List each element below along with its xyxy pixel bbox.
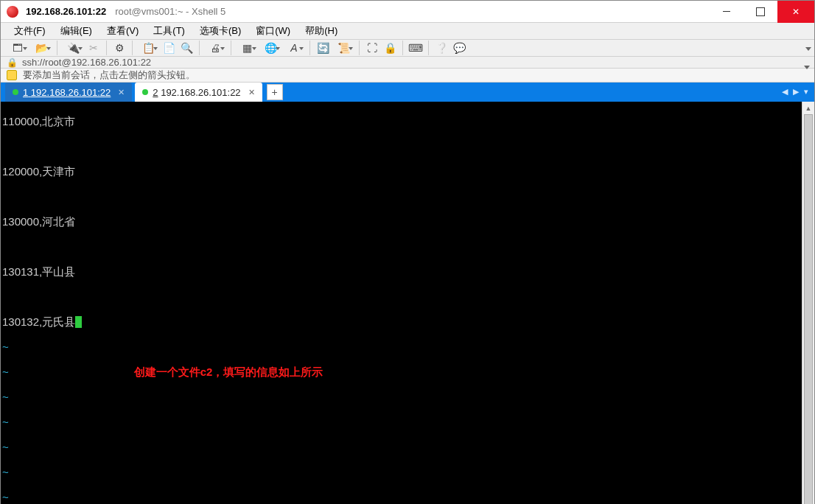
font-button[interactable]: A <box>283 40 305 56</box>
lock-button[interactable]: 🔒 <box>382 40 398 56</box>
add-tab-button[interactable]: + <box>267 84 283 100</box>
properties-button[interactable]: ⚙ <box>111 40 127 56</box>
window-title-sub: root@vms001:~ - Xshell 5 <box>115 6 225 17</box>
address-bar: 🔒 ssh://root@192.168.26.101:22 <box>1 57 814 69</box>
fullscreen-button[interactable]: ⛶ <box>364 40 380 56</box>
address-url[interactable]: ssh://root@192.168.26.101:22 <box>22 57 151 68</box>
refresh-button[interactable]: 🔄 <box>315 40 331 56</box>
tab-nav-arrows[interactable]: ◀ ▶ ▾ <box>782 87 810 97</box>
close-button[interactable] <box>777 1 814 23</box>
menu-tabs[interactable]: 选项卡(B) <box>194 23 247 39</box>
tab-strip: 1 192.168.26.101:22 ✕ 2 192.168.26.101:2… <box>1 83 814 102</box>
disconnect-button[interactable]: ✂ <box>85 40 102 56</box>
menu-edit[interactable]: 编辑(E) <box>55 23 98 39</box>
vim-tilde: ~创建一个文件c2，填写的信息如上所示 <box>2 366 800 380</box>
menu-window[interactable]: 窗口(W) <box>250 23 296 39</box>
terminal-line: 120000,天津市 <box>2 166 800 180</box>
session-tab-1[interactable]: 1 192.168.26.101:22 ✕ <box>5 83 132 102</box>
status-dot-icon <box>13 89 18 95</box>
maximize-button[interactable] <box>744 1 777 23</box>
window-title-main: 192.168.26.101:22 <box>26 6 106 17</box>
menu-help[interactable]: 帮助(H) <box>299 23 343 39</box>
copy-button[interactable]: 📋 <box>137 40 159 56</box>
session-tab-2[interactable]: 2 192.168.26.101:22 ✕ <box>135 83 262 102</box>
info-text: 要添加当前会话，点击左侧的箭头按钮。 <box>23 69 195 82</box>
help-button[interactable]: ❔ <box>433 40 450 56</box>
info-bar: 要添加当前会话，点击左侧的箭头按钮。 <box>1 69 814 83</box>
scroll-thumb[interactable] <box>804 114 813 504</box>
lock-icon: 🔒 <box>7 57 18 68</box>
terminal-line: 110000,北京市 <box>2 116 800 130</box>
vim-tilde: ~ <box>2 441 800 455</box>
status-dot-icon <box>142 89 148 95</box>
scroll-up-icon[interactable]: ▲ <box>802 102 814 114</box>
pin-icon[interactable] <box>7 70 17 80</box>
script-button[interactable]: 📜 <box>332 40 354 56</box>
find-button[interactable]: 🔍 <box>178 40 195 56</box>
vim-tilde: ~ <box>2 466 800 480</box>
annotation-main: 创建一个文件c2，填写的信息如上所示 <box>134 365 323 378</box>
terminal-area: 110000,北京市 120000,天津市 130000,河北省 130131,… <box>1 102 814 504</box>
terminal[interactable]: 110000,北京市 120000,天津市 130000,河北省 130131,… <box>1 102 802 504</box>
language-button[interactable]: 🌐 <box>259 40 281 56</box>
menu-file[interactable]: 文件(F) <box>8 23 52 39</box>
cursor <box>75 316 82 328</box>
new-session-button[interactable]: 🗔 <box>7 40 29 56</box>
terminal-line: 130131,平山县 <box>2 266 800 280</box>
menubar: 文件(F) 编辑(E) 查看(V) 工具(T) 选项卡(B) 窗口(W) 帮助(… <box>1 23 814 40</box>
menu-view[interactable]: 查看(V) <box>101 23 144 39</box>
app-icon <box>7 6 18 18</box>
paste-button[interactable]: 📄 <box>161 40 177 56</box>
menu-tools[interactable]: 工具(T) <box>147 23 191 39</box>
close-tab-icon[interactable]: ✕ <box>118 88 125 97</box>
feedback-button[interactable]: 💬 <box>451 40 467 56</box>
terminal-line: 130132,元氏县 <box>2 316 800 330</box>
vim-tilde: ~ <box>2 341 800 355</box>
toolbar-overflow-icon[interactable] <box>805 47 811 51</box>
terminal-line: 130000,河北省 <box>2 216 800 230</box>
open-button[interactable]: 📂 <box>30 40 52 56</box>
layout-button[interactable]: ▦ <box>236 40 258 56</box>
terminal-scrollbar[interactable]: ▲ ▼ <box>802 102 814 504</box>
minimize-button[interactable] <box>710 1 744 23</box>
vim-tilde: ~ <box>2 416 800 430</box>
toolbar: 🗔 📂 🔌 ✂ ⚙ 📋 📄 🔍 🖨 ▦ 🌐 A 🔄 📜 ⛶ 🔒 ⌨ ❔ 💬 <box>1 40 814 57</box>
vim-tilde: ~ <box>2 491 800 504</box>
reconnect-button[interactable]: 🔌 <box>62 40 84 56</box>
keyboard-button[interactable]: ⌨ <box>408 40 424 56</box>
titlebar: 192.168.26.101:22 root@vms001:~ - Xshell… <box>1 1 814 23</box>
vim-tilde: ~ <box>2 391 800 405</box>
print-button[interactable]: 🖨 <box>204 40 226 56</box>
close-tab-icon[interactable]: ✕ <box>248 88 255 97</box>
address-dropdown-icon[interactable] <box>804 66 810 69</box>
app-window: 192.168.26.101:22 root@vms001:~ - Xshell… <box>0 0 815 504</box>
